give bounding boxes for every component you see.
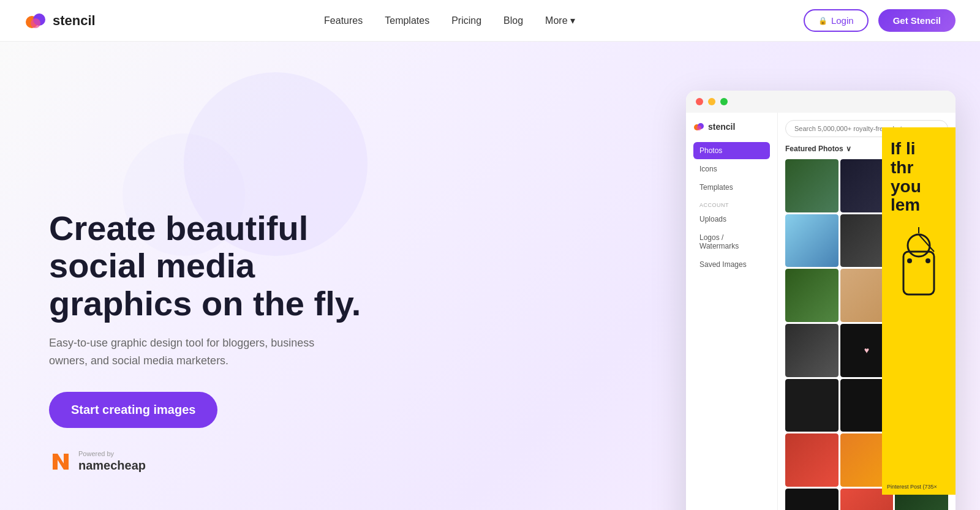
sidebar-item-icons[interactable]: Icons bbox=[693, 160, 770, 178]
nav-blog[interactable]: Blog bbox=[503, 15, 523, 26]
powered-by-section: Powered by namecheap bbox=[49, 450, 368, 473]
ad-svg bbox=[897, 227, 940, 301]
nav-links: Features Templates Pricing Blog More ▾ bbox=[324, 15, 575, 26]
sidebar-item-photos[interactable]: Photos bbox=[693, 142, 770, 159]
account-section-label: ACCOUNT bbox=[699, 202, 770, 208]
navbar: stencil Features Templates Pricing Blog … bbox=[0, 0, 980, 42]
photo-cell-19[interactable] bbox=[785, 489, 839, 510]
chevron-down-icon: ▾ bbox=[570, 15, 575, 26]
hero-section: Create beautiful social media graphics o… bbox=[0, 42, 980, 510]
get-stencil-button[interactable]: Get Stencil bbox=[878, 9, 956, 32]
svg-point-7 bbox=[908, 234, 930, 257]
nav-more[interactable]: More ▾ bbox=[545, 15, 575, 26]
photo-cell-7[interactable] bbox=[785, 269, 839, 322]
hero-title: Create beautiful social media graphics o… bbox=[49, 209, 368, 323]
svg-point-2 bbox=[31, 18, 40, 28]
svg-rect-6 bbox=[903, 252, 934, 294]
hero-right: stencil Photos Icons Templates ACCOUNT U… bbox=[368, 78, 956, 510]
photo-cell-16[interactable] bbox=[785, 433, 839, 487]
sidebar-item-saved[interactable]: Saved Images bbox=[693, 256, 770, 273]
hero-subtitle: Easy-to-use graphic design tool for blog… bbox=[49, 334, 318, 370]
sidebar-item-logos[interactable]: Logos / Watermarks bbox=[693, 229, 770, 255]
ad-illustration bbox=[891, 227, 947, 301]
app-titlebar bbox=[686, 91, 956, 113]
chevron-down-icon: ∨ bbox=[846, 144, 851, 153]
app-sidebar: stencil Photos Icons Templates ACCOUNT U… bbox=[686, 113, 778, 510]
nav-pricing[interactable]: Pricing bbox=[451, 15, 481, 26]
login-button[interactable]: 🔒 Login bbox=[804, 9, 869, 32]
brand-name: stencil bbox=[53, 13, 96, 29]
sidebar-item-templates[interactable]: Templates bbox=[693, 179, 770, 196]
sidebar-item-uploads[interactable]: Uploads bbox=[693, 211, 770, 228]
nav-features[interactable]: Features bbox=[324, 15, 363, 26]
cta-button[interactable]: Start creating images bbox=[49, 392, 217, 428]
titlebar-expand-dot bbox=[720, 98, 728, 105]
photo-cell-4[interactable] bbox=[785, 214, 839, 268]
namecheap-logo-icon bbox=[49, 450, 72, 473]
ad-text: If lithryoulem bbox=[891, 140, 947, 215]
sidebar-logo-icon bbox=[693, 121, 704, 132]
svg-point-10 bbox=[925, 258, 930, 263]
photo-cell-1[interactable] bbox=[785, 159, 839, 212]
ad-footnote: Pinterest Post (735× bbox=[887, 484, 937, 490]
photo-cell-10[interactable] bbox=[785, 324, 839, 377]
sidebar-brand-name: stencil bbox=[708, 122, 735, 132]
svg-point-5 bbox=[696, 126, 701, 130]
stencil-logo-icon bbox=[24, 10, 47, 32]
titlebar-minimize-dot bbox=[708, 98, 715, 105]
ad-panel: If lithryoulem Pinterest Post (735× bbox=[882, 127, 956, 495]
titlebar-close-dot bbox=[696, 98, 703, 105]
lock-icon: 🔒 bbox=[818, 17, 827, 25]
hero-left: Create beautiful social media graphics o… bbox=[49, 209, 368, 473]
logo[interactable]: stencil bbox=[24, 10, 96, 32]
powered-label: Powered by namecheap bbox=[78, 450, 146, 473]
nav-templates[interactable]: Templates bbox=[385, 15, 429, 26]
svg-point-9 bbox=[907, 258, 912, 263]
nav-actions: 🔒 Login Get Stencil bbox=[804, 9, 956, 32]
featured-label: Featured Photos ∨ bbox=[785, 144, 851, 153]
sidebar-logo: stencil bbox=[693, 121, 770, 132]
photo-cell-13[interactable] bbox=[785, 379, 839, 432]
